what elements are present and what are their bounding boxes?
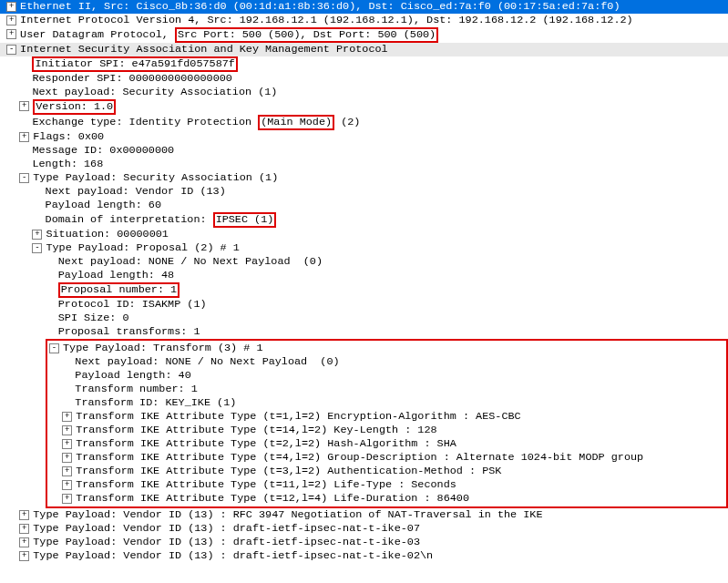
type-payload-transform[interactable]: -Type Payload: Transform (3) # 1 <box>49 342 724 355</box>
field-responder-spi[interactable]: Responder SPI: 0000000000000000 <box>0 72 728 86</box>
expand-toggle[interactable]: + <box>62 466 72 476</box>
collapse-toggle[interactable]: - <box>32 243 42 253</box>
version-highlight: Version: 1.0 <box>33 99 116 115</box>
field-flags[interactable]: +Flags: 0x00 <box>0 130 728 144</box>
ethernet-header[interactable]: +Ethernet II, Src: Cisco_8b:36:d0 (00:1d… <box>0 0 728 14</box>
expand-toggle[interactable]: + <box>62 412 72 422</box>
transform-attr-hash[interactable]: +Transform IKE Attribute Type (t=2,l=2) … <box>49 437 724 451</box>
proposal-next-payload[interactable]: Next payload: NONE / No Next Payload (0) <box>0 255 728 269</box>
initiator-spi-highlight: Initiator SPI: e47a591fd057587f <box>32 56 237 72</box>
proposal-number[interactable]: Proposal number: 1 <box>0 282 728 298</box>
proposal-protocol-id[interactable]: Protocol ID: ISAKMP (1) <box>0 298 728 312</box>
udp-text: User Datagram Protocol, Src Port: 500 (5… <box>20 27 438 43</box>
main-mode-highlight: (Main Mode) <box>258 115 334 130</box>
vendor-id-3[interactable]: +Type Payload: Vendor ID (13) : draft-ie… <box>0 536 728 549</box>
isakmp-text: Internet Security Association and Key Ma… <box>20 43 388 56</box>
transform-highlight-box: -Type Payload: Transform (3) # 1 Next pa… <box>46 339 728 508</box>
expand-toggle[interactable]: + <box>19 524 29 534</box>
expand-toggle[interactable]: + <box>62 494 72 504</box>
field-version[interactable]: +Version: 1.0 <box>0 99 728 115</box>
proposal-spi-size[interactable]: SPI Size: 0 <box>0 312 728 325</box>
expand-toggle[interactable]: + <box>19 132 29 142</box>
expand-toggle[interactable]: + <box>32 230 42 240</box>
proposal-payload-length[interactable]: Payload length: 48 <box>0 269 728 282</box>
expand-toggle[interactable]: + <box>62 453 72 463</box>
expand-toggle[interactable]: + <box>6 15 16 26</box>
ip-header[interactable]: +Internet Protocol Version 4, Src: 192.1… <box>0 14 728 27</box>
isakmp-header[interactable]: -Internet Security Association and Key M… <box>0 43 728 56</box>
expand-toggle[interactable]: + <box>62 439 72 449</box>
sa-situation[interactable]: +Situation: 00000001 <box>0 228 728 241</box>
vendor-id-2[interactable]: +Type Payload: Vendor ID (13) : draft-ie… <box>0 522 728 536</box>
transform-attr-auth[interactable]: +Transform IKE Attribute Type (t=3,l=2) … <box>49 465 724 478</box>
udp-header[interactable]: +User Datagram Protocol, Src Port: 500 (… <box>0 27 728 43</box>
expand-toggle[interactable]: + <box>62 480 72 490</box>
doi-highlight: IPSEC (1) <box>213 212 277 228</box>
expand-toggle[interactable]: + <box>6 2 16 12</box>
collapse-toggle[interactable]: - <box>19 173 29 183</box>
sa-doi[interactable]: Domain of interpretation: IPSEC (1) <box>0 212 728 228</box>
type-payload-sa[interactable]: -Type Payload: Security Association (1) <box>0 171 728 185</box>
expand-toggle[interactable]: + <box>19 510 29 520</box>
transform-next-payload[interactable]: Next payload: NONE / No Next Payload (0) <box>49 355 724 369</box>
ip-text: Internet Protocol Version 4, Src: 192.16… <box>20 14 633 27</box>
transform-attr-group[interactable]: +Transform IKE Attribute Type (t=4,l=2) … <box>49 451 724 465</box>
transform-attr-encryption[interactable]: +Transform IKE Attribute Type (t=1,l=2) … <box>49 410 724 424</box>
vendor-id-1[interactable]: +Type Payload: Vendor ID (13) : RFC 3947… <box>0 508 728 522</box>
transform-attr-keylength[interactable]: +Transform IKE Attribute Type (t=14,l=2)… <box>49 424 724 437</box>
expand-toggle[interactable]: + <box>19 537 29 547</box>
ethernet-text: Ethernet II, Src: Cisco_8b:36:d0 (00:1d:… <box>20 0 620 14</box>
type-payload-proposal[interactable]: -Type Payload: Proposal (2) # 1 <box>0 241 728 255</box>
expand-toggle[interactable]: + <box>19 101 29 111</box>
transform-id[interactable]: Transform ID: KEY_IKE (1) <box>49 396 724 410</box>
packet-details-tree: +Ethernet II, Src: Cisco_8b:36:d0 (00:1d… <box>0 0 728 563</box>
field-length[interactable]: Length: 168 <box>0 158 728 171</box>
transform-attr-lifedur[interactable]: +Transform IKE Attribute Type (t=12,l=4)… <box>49 492 724 506</box>
collapse-toggle[interactable]: - <box>49 343 59 353</box>
sa-payload-length[interactable]: Payload length: 60 <box>0 199 728 212</box>
field-next-payload[interactable]: Next payload: Security Association (1) <box>0 86 728 99</box>
transform-payload-length[interactable]: Payload length: 40 <box>49 369 724 383</box>
transform-number[interactable]: Transform number: 1 <box>49 383 724 396</box>
transform-attr-lifetype[interactable]: +Transform IKE Attribute Type (t=11,l=2)… <box>49 478 724 492</box>
field-initiator-spi[interactable]: Initiator SPI: e47a591fd057587f <box>0 56 728 72</box>
expand-toggle[interactable]: + <box>19 551 29 561</box>
proposal-transforms[interactable]: Proposal transforms: 1 <box>0 325 728 339</box>
expand-toggle[interactable]: + <box>6 29 16 39</box>
udp-ports-highlight: Src Port: 500 (500), Dst Port: 500 (500) <box>175 27 438 43</box>
expand-toggle[interactable]: + <box>62 425 72 435</box>
field-message-id[interactable]: Message ID: 0x00000000 <box>0 144 728 158</box>
proposal-number-highlight: Proposal number: 1 <box>58 282 179 298</box>
sa-next-payload[interactable]: Next payload: Vendor ID (13) <box>0 185 728 199</box>
field-exchange-type[interactable]: Exchange type: Identity Protection (Main… <box>0 115 728 130</box>
collapse-toggle[interactable]: - <box>6 45 16 55</box>
vendor-id-4[interactable]: +Type Payload: Vendor ID (13) : draft-ie… <box>0 549 728 563</box>
